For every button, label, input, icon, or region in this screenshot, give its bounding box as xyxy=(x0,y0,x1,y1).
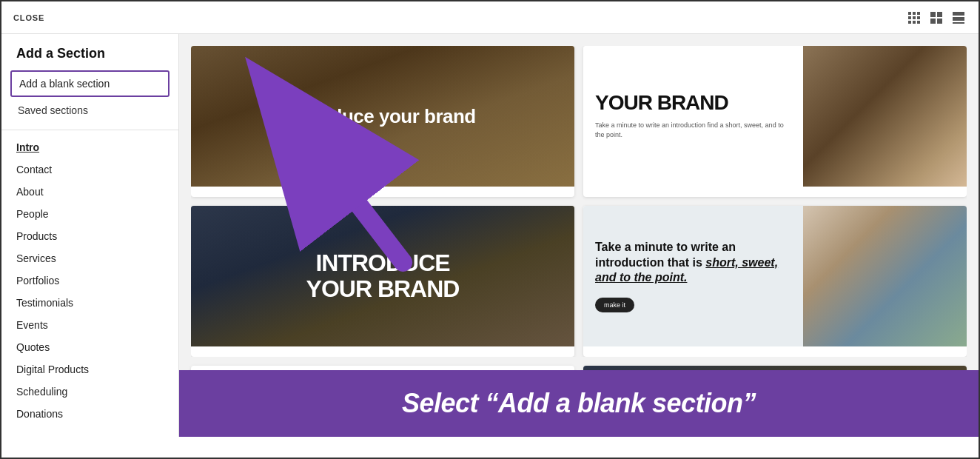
take-minute-title: Take a minute to write an introduction t… xyxy=(595,240,791,286)
svg-rect-11 xyxy=(930,19,936,24)
close-button[interactable]: CLOSE xyxy=(13,13,44,22)
svg-rect-14 xyxy=(953,17,964,21)
your-brand-image xyxy=(803,46,967,187)
sidebar: Add a Section Add a blank section Saved … xyxy=(1,34,179,437)
your-brand-desc: Take a minute to write an introduction f… xyxy=(595,121,791,141)
your-brand-right xyxy=(803,46,967,187)
card-intro-landscape[interactable]: INTRODUCE YOUR BRAND xyxy=(191,206,574,357)
card-intro-brand-bg: Introduce your brand xyxy=(191,46,574,187)
card-take-minute-layout: Take a minute to write an introduction t… xyxy=(583,206,967,346)
sidebar-item-contact[interactable]: Contact xyxy=(1,158,178,181)
sidebar-item-events[interactable]: Events xyxy=(1,314,178,336)
sidebar-item-services[interactable]: Services xyxy=(1,247,178,269)
view-icon-group xyxy=(906,10,967,26)
single-col-view-icon[interactable] xyxy=(950,10,967,26)
content-area: Introduce your brand YOUR BRAND Take a m… xyxy=(179,34,979,437)
sidebar-item-products[interactable]: Products xyxy=(1,225,178,247)
saved-sections-link[interactable]: Saved sections xyxy=(10,100,170,121)
svg-rect-10 xyxy=(937,12,942,17)
sidebar-item-portfolios[interactable]: Portfolios xyxy=(1,269,178,292)
purple-banner: Select “Add a blank section” xyxy=(179,370,979,437)
sidebar-item-testimonials[interactable]: Testimonials xyxy=(1,292,178,314)
svg-rect-4 xyxy=(913,16,916,19)
svg-rect-6 xyxy=(908,21,911,24)
top-bar: CLOSE xyxy=(1,1,979,34)
svg-rect-8 xyxy=(917,21,920,24)
make-it-button[interactable]: make it xyxy=(595,298,634,312)
card-intro-brand-text: Introduce your brand xyxy=(289,105,475,128)
sidebar-item-donations[interactable]: Donations xyxy=(1,403,178,425)
card-take-minute[interactable]: Take a minute to write an introduction t… xyxy=(583,206,967,357)
add-blank-section-button[interactable]: Add a blank section xyxy=(10,70,170,97)
take-minute-image xyxy=(803,206,967,346)
svg-rect-3 xyxy=(908,16,911,19)
sidebar-divider xyxy=(1,130,178,130)
your-brand-left: YOUR BRAND Take a minute to write an int… xyxy=(583,46,803,187)
grid-2-view-icon[interactable] xyxy=(928,10,944,26)
take-minute-left: Take a minute to write an introduction t… xyxy=(583,206,803,346)
svg-rect-1 xyxy=(913,12,916,15)
purple-banner-text: Select “Add a blank section” xyxy=(402,388,756,419)
sidebar-title: Add a Section xyxy=(1,46,178,70)
card-your-brand-layout: YOUR BRAND Take a minute to write an int… xyxy=(583,46,967,187)
svg-rect-13 xyxy=(953,12,964,16)
sidebar-item-about[interactable]: About xyxy=(1,181,178,203)
svg-rect-2 xyxy=(917,12,920,15)
main-layout: Add a Section Add a blank section Saved … xyxy=(1,34,979,437)
sidebar-item-quotes[interactable]: Quotes xyxy=(1,336,178,358)
grid-3-view-icon[interactable] xyxy=(906,10,922,26)
svg-rect-15 xyxy=(953,22,964,24)
take-minute-right xyxy=(803,206,967,346)
svg-rect-9 xyxy=(930,12,936,17)
card-intro-landscape-bg: INTRODUCE YOUR BRAND xyxy=(191,206,574,346)
preview-grid: Introduce your brand YOUR BRAND Take a m… xyxy=(191,46,967,357)
card-introduce-brand[interactable]: Introduce your brand xyxy=(191,46,574,197)
sidebar-item-digital-products[interactable]: Digital Products xyxy=(1,358,178,381)
sidebar-special-items: Add a blank section Saved sections xyxy=(1,70,178,121)
your-brand-title: YOUR BRAND xyxy=(595,93,791,113)
card-your-brand[interactable]: YOUR BRAND Take a minute to write an int… xyxy=(583,46,967,197)
sidebar-item-people[interactable]: People xyxy=(1,203,178,225)
sidebar-item-intro[interactable]: Intro xyxy=(1,136,178,158)
intro-landscape-text: INTRODUCE YOUR BRAND xyxy=(306,250,460,302)
svg-rect-12 xyxy=(937,19,942,24)
svg-rect-0 xyxy=(908,12,911,15)
svg-rect-5 xyxy=(917,16,920,19)
svg-rect-7 xyxy=(913,21,916,24)
sidebar-item-scheduling[interactable]: Scheduling xyxy=(1,381,178,403)
